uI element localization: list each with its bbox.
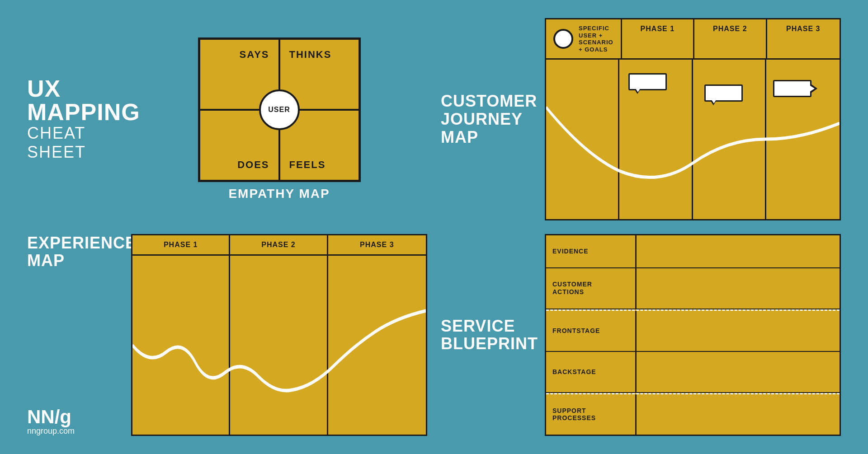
em-phase3-header: PHASE 3 (328, 235, 426, 254)
sb-row-evidence: EVIDENCE (546, 235, 840, 268)
ux-title-block: UX MAPPING CHEAT SHEET (27, 77, 118, 162)
em-title: EXPERIENCEMAP (27, 234, 118, 270)
em-col-2 (328, 256, 426, 435)
sb-grid: EVIDENCE CUSTOMERACTIONS FRONTSTAGE (545, 234, 841, 436)
cjm-bubble-1 (628, 73, 667, 90)
cjm-bubble-2 (704, 84, 743, 102)
em-grid: PHASE 1 PHASE 2 PHASE 3 (131, 234, 427, 436)
em-header-row: PHASE 1 PHASE 2 PHASE 3 (132, 235, 426, 256)
main-container: UX MAPPING CHEAT SHEET SAYS THINKS DOES … (0, 0, 868, 454)
cjm-grid: SPECIFIC USER + SCENARIO + GOALS PHASE 1… (545, 18, 841, 220)
cjm-phase3-header: PHASE 3 (767, 19, 840, 58)
empathy-map-container: SAYS THINKS DOES FEELS USER EMPATHY MAP (131, 37, 427, 201)
empathy-map-label: EMPATHY MAP (228, 187, 330, 201)
cjm-user-circle-icon (553, 29, 573, 49)
cjm-col-0 (546, 60, 619, 219)
cjm-col-3 (766, 60, 840, 219)
nn-url: nngroup.com (27, 426, 118, 436)
em-phase1-header: PHASE 1 (132, 235, 230, 254)
sb-content-customer-actions (637, 268, 840, 309)
sb-label-customer-actions: CUSTOMERACTIONS (546, 268, 637, 309)
em-body (132, 256, 426, 435)
bottom-right-section: SERVICEBLUEPRINT EVIDENCE CUSTOMERACTION… (441, 234, 841, 436)
sb-row-backstage: BACKSTAGE (546, 352, 840, 393)
cjm-header-row: SPECIFIC USER + SCENARIO + GOALS PHASE 1… (546, 19, 840, 60)
bottom-left-section: EXPERIENCEMAP NN/g nngroup.com PHASE 1 P… (27, 234, 427, 436)
cjm-col-2 (693, 60, 766, 219)
cjm-body (546, 60, 840, 219)
cjm-container: SPECIFIC USER + SCENARIO + GOALS PHASE 1… (545, 18, 841, 220)
branding-block: NN/g nngroup.com (27, 407, 118, 436)
em-col-1 (230, 256, 328, 435)
cjm-phase2-header: PHASE 2 (694, 19, 767, 58)
sb-grid-container: EVIDENCE CUSTOMERACTIONS FRONTSTAGE (545, 234, 841, 436)
sb-content-backstage (637, 352, 840, 392)
sb-title: SERVICEBLUEPRINT (441, 317, 531, 353)
em-phase2-header: PHASE 2 (230, 235, 328, 254)
sb-label-frontstage: FRONTSTAGE (546, 311, 637, 351)
top-left-section: UX MAPPING CHEAT SHEET SAYS THINKS DOES … (27, 18, 427, 220)
cjm-bubble-3 (773, 80, 811, 97)
cjm-title-label: CUSTOMERJOURNEYMAP (441, 92, 531, 146)
sb-label-evidence: EVIDENCE (546, 235, 637, 267)
sb-content-evidence (637, 235, 840, 267)
sb-row-frontstage: FRONTSTAGE (546, 311, 840, 352)
empathy-user-center: USER (259, 89, 300, 130)
sb-label-backstage: BACKSTAGE (546, 352, 637, 392)
sb-content-support (637, 394, 840, 435)
em-label-container: EXPERIENCEMAP NN/g nngroup.com (27, 234, 118, 436)
ux-mapping-title: UX MAPPING (27, 77, 118, 124)
cjm-col-1 (619, 60, 693, 219)
sb-row-customer-actions: CUSTOMERACTIONS (546, 268, 840, 309)
sb-row-support: SUPPORTPROCESSES (546, 394, 840, 435)
top-right-section: CUSTOMERJOURNEYMAP SPECIFIC USER + SCENA… (441, 18, 841, 220)
em-col-0 (132, 256, 230, 435)
cjm-phase1-header: PHASE 1 (622, 19, 694, 58)
sb-content-frontstage (637, 311, 840, 351)
em-grid-container: PHASE 1 PHASE 2 PHASE 3 (131, 234, 427, 436)
cjm-user-header: SPECIFIC USER + SCENARIO + GOALS (546, 19, 622, 58)
sb-label-support: SUPPORTPROCESSES (546, 394, 637, 435)
nn-logo: NN/g (27, 407, 118, 426)
empathy-map-grid: SAYS THINKS DOES FEELS USER (198, 37, 361, 182)
cheat-sheet-subtitle: CHEAT SHEET (27, 124, 118, 162)
